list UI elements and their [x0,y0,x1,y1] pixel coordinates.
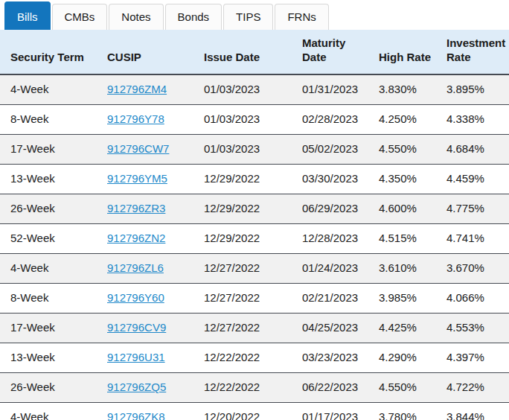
tab-bonds[interactable]: Bonds [165,4,223,30]
cell-maturity-date: 02/21/2023 [295,284,371,314]
cell-cusip: 912796CW7 [100,135,196,165]
table-row: 8-Week912796Y6012/27/202202/21/20233.985… [0,284,509,314]
cell-issue-date: 12/20/2022 [196,403,295,420]
cell-cusip: 912796CV9 [100,314,196,343]
cell-investment-rate: 4.338% [439,105,509,135]
cell-maturity-date: 01/24/2023 [295,254,371,284]
cell-issue-date: 12/29/2022 [196,194,295,224]
cusip-link[interactable]: 912796CW7 [107,142,169,155]
cell-cusip: 912796ZM4 [100,74,196,105]
cell-investment-rate: 4.775% [439,194,509,224]
auction-results-table: Security TermCUSIPIssue DateMaturity Dat… [0,30,509,420]
tab-tips[interactable]: TIPS [223,4,273,30]
cell-high-rate: 4.250% [371,105,439,135]
cell-maturity-date: 06/29/2023 [295,194,371,224]
cell-issue-date: 12/27/2022 [196,284,295,314]
cell-high-rate: 4.550% [371,135,439,165]
cusip-link[interactable]: 912796ZN2 [107,232,165,244]
cell-security-term: 8-Week [0,105,100,135]
table-row: 17-Week912796CW701/03/202305/02/20234.55… [0,135,509,165]
cusip-link[interactable]: 912796ZK8 [107,410,165,420]
cell-high-rate: 4.550% [371,373,439,403]
cell-cusip: 912796ZR3 [100,194,196,224]
cusip-link[interactable]: 912796ZM4 [107,83,167,95]
cell-cusip: 912796ZN2 [100,224,196,254]
cell-security-term: 13-Week [0,343,100,373]
table-row: 26-Week912796ZR312/29/202206/29/20234.60… [0,194,509,224]
cell-issue-date: 12/27/2022 [196,254,295,284]
cell-security-term: 26-Week [0,194,100,224]
cell-investment-rate: 4.741% [439,224,509,254]
cell-issue-date: 12/22/2022 [196,373,295,403]
column-header-investment-rate: Investment Rate [439,30,509,74]
table-row: 52-Week912796ZN212/29/202212/28/20234.51… [0,224,509,254]
cell-cusip: 912796ZL6 [100,254,196,284]
auction-results-panel: BillsCMBsNotesBondsTIPSFRNs Security Ter… [0,0,509,420]
table-row: 26-Week912796ZQ512/22/202206/22/20234.55… [0,373,509,403]
cell-security-term: 17-Week [0,135,100,165]
cell-maturity-date: 01/31/2023 [295,74,371,105]
cell-issue-date: 01/03/2023 [196,135,295,165]
cell-high-rate: 4.600% [371,194,439,224]
tab-notes[interactable]: Notes [109,4,163,30]
cell-high-rate: 3.610% [371,254,439,284]
table-row: 8-Week912796Y7801/03/202302/28/20234.250… [0,105,509,135]
cusip-link[interactable]: 912796Y60 [107,291,164,304]
cusip-link[interactable]: 912796ZQ5 [107,381,166,393]
cusip-link[interactable]: 912796ZR3 [107,202,165,214]
cell-investment-rate: 4.553% [439,314,509,343]
column-header-maturity-date: Maturity Date [295,30,371,74]
cell-cusip: 912796YM5 [100,165,196,194]
cell-investment-rate: 4.684% [439,135,509,165]
cusip-link[interactable]: 912796ZL6 [107,261,164,274]
cell-issue-date: 12/27/2022 [196,314,295,343]
cell-security-term: 52-Week [0,224,100,254]
cell-cusip: 912796U31 [100,343,196,373]
cell-high-rate: 3.780% [371,403,439,420]
cell-maturity-date: 12/28/2023 [295,224,371,254]
column-header-high-rate: High Rate [371,30,439,74]
cell-investment-rate: 3.895% [439,74,509,105]
cell-security-term: 17-Week [0,314,100,343]
cell-cusip: 912796Y60 [100,284,196,314]
table-body: 4-Week912796ZM401/03/202301/31/20233.830… [0,74,509,420]
table-row: 4-Week912796ZK812/20/202201/17/20233.780… [0,403,509,420]
cusip-link[interactable]: 912796U31 [107,351,165,363]
cell-security-term: 26-Week [0,373,100,403]
table-row: 4-Week912796ZM401/03/202301/31/20233.830… [0,74,509,105]
tab-cmbs[interactable]: CMBs [52,4,108,30]
table-row: 13-Week912796YM512/29/202203/30/20234.35… [0,165,509,194]
cell-high-rate: 3.830% [371,74,439,105]
table-row: 17-Week912796CV912/27/202204/25/20234.42… [0,314,509,343]
cell-issue-date: 12/22/2022 [196,343,295,373]
cell-security-term: 4-Week [0,403,100,420]
cell-investment-rate: 4.066% [439,284,509,314]
cell-high-rate: 4.425% [371,314,439,343]
cell-maturity-date: 04/25/2023 [295,314,371,343]
column-header-security-term: Security Term [0,30,100,74]
cell-investment-rate: 3.844% [439,403,509,420]
cell-high-rate: 3.985% [371,284,439,314]
cusip-link[interactable]: 912796CV9 [107,321,166,334]
cell-investment-rate: 4.397% [439,343,509,373]
cell-maturity-date: 01/17/2023 [295,403,371,420]
cell-investment-rate: 4.722% [439,373,509,403]
cell-maturity-date: 05/02/2023 [295,135,371,165]
cell-high-rate: 4.515% [371,224,439,254]
cell-investment-rate: 3.670% [439,254,509,284]
cell-high-rate: 4.290% [371,343,439,373]
cell-maturity-date: 06/22/2023 [295,373,371,403]
cell-maturity-date: 03/30/2023 [295,165,371,194]
cell-issue-date: 01/03/2023 [196,105,295,135]
table-row: 4-Week912796ZL612/27/202201/24/20233.610… [0,254,509,284]
tab-bills[interactable]: Bills [4,1,51,30]
cell-investment-rate: 4.459% [439,165,509,194]
table-header-row: Security TermCUSIPIssue DateMaturity Dat… [0,30,509,74]
cell-security-term: 8-Week [0,284,100,314]
cusip-link[interactable]: 912796Y78 [107,112,164,125]
tab-frns[interactable]: FRNs [275,4,328,30]
cell-maturity-date: 03/23/2023 [295,343,371,373]
cell-security-term: 13-Week [0,165,100,194]
cusip-link[interactable]: 912796YM5 [107,172,167,185]
cell-cusip: 912796Y78 [100,105,196,135]
